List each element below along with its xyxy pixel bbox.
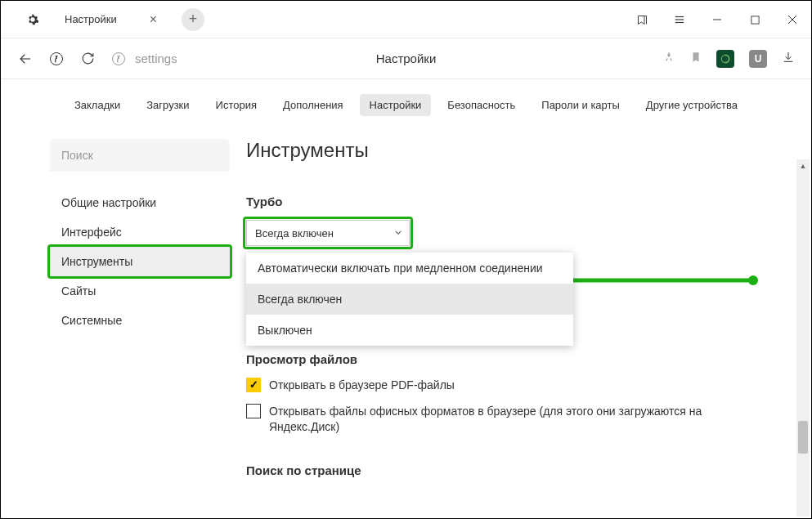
scrollbar[interactable]: ▲ (796, 159, 810, 517)
browser-tab-settings[interactable]: Настройки × (56, 4, 165, 35)
extension-badge-1[interactable] (716, 50, 734, 68)
page-search-section: Поиск по странице (246, 463, 762, 477)
menu-icon[interactable] (661, 1, 698, 38)
content-area: Закладки Загрузки История Дополнения Нас… (1, 79, 811, 518)
rocket-icon[interactable] (662, 51, 675, 66)
turbo-option-off[interactable]: Выключен (246, 315, 573, 346)
site-icon (110, 51, 127, 67)
search-input[interactable]: Поиск (50, 139, 230, 172)
top-tab-addons[interactable]: Дополнения (273, 94, 353, 116)
files-title: Просмотр файлов (246, 352, 762, 366)
turbo-dropdown-wrap: Всегда включен Автоматически включать пр… (246, 220, 410, 246)
svg-rect-4 (751, 16, 758, 23)
extension-badge-2[interactable]: U (749, 50, 767, 68)
reload-button[interactable] (79, 51, 96, 67)
toolbar: settings Настройки U (1, 38, 811, 79)
checkbox-row-office: Открывать файлы офисных форматов в брауз… (246, 404, 762, 436)
main-scroll: Закладки Загрузки История Дополнения Нас… (1, 79, 811, 518)
tab-area: Настройки × + (1, 1, 204, 38)
yandex-icon[interactable] (48, 51, 65, 67)
top-tab-settings[interactable]: Настройки (360, 94, 432, 116)
titlebar: Настройки × + (1, 1, 811, 38)
top-tab-security[interactable]: Безопасность (437, 94, 525, 116)
page-title: Настройки (376, 51, 437, 65)
turbo-option-always[interactable]: Всегда включен (246, 284, 573, 315)
sidebar: Поиск Общие настройки Интерфейс Инструме… (50, 139, 230, 505)
address-bar[interactable]: settings (110, 51, 177, 67)
chevron-down-icon (394, 227, 402, 239)
top-tab-downloads[interactable]: Загрузки (137, 94, 199, 116)
sidebar-item-system[interactable]: Системные (50, 306, 230, 335)
svg-point-15 (748, 275, 758, 285)
maximize-button[interactable] (736, 1, 774, 38)
settings-body: Поиск Общие настройки Интерфейс Инструме… (1, 139, 811, 505)
download-icon[interactable] (782, 51, 795, 66)
checkbox-pdf[interactable] (246, 378, 261, 392)
bookmark-collection-icon[interactable] (623, 1, 661, 38)
close-icon[interactable]: × (150, 12, 157, 27)
toolbar-right: U (662, 50, 795, 68)
turbo-option-auto[interactable]: Автоматически включать при медленном сое… (246, 253, 573, 284)
top-tabs: Закладки Загрузки История Дополнения Нас… (1, 79, 811, 139)
close-window-button[interactable] (774, 1, 811, 38)
url-text: settings (135, 51, 177, 65)
scrollbar-thumb[interactable] (798, 421, 808, 454)
minimize-button[interactable] (698, 1, 736, 38)
back-button[interactable] (17, 51, 34, 67)
tab-title: Настройки (65, 13, 117, 25)
section-heading: Инструменты (246, 139, 762, 162)
top-tab-history[interactable]: История (206, 94, 267, 116)
top-tab-bookmarks[interactable]: Закладки (65, 94, 130, 116)
sidebar-item-general[interactable]: Общие настройки (50, 188, 230, 217)
turbo-dropdown-menu: Автоматически включать при медленном сое… (246, 253, 573, 346)
top-tab-passwords[interactable]: Пароли и карты (532, 94, 630, 116)
scrollbar-up-icon[interactable]: ▲ (796, 159, 810, 172)
top-tab-devices[interactable]: Другие устройства (636, 94, 747, 116)
checkbox-office[interactable] (246, 404, 261, 418)
turbo-section: Турбо Всегда включен Автоматически включ… (246, 195, 762, 246)
new-tab-button[interactable]: + (182, 8, 204, 31)
sidebar-item-sites[interactable]: Сайты (50, 276, 230, 306)
page-search-title: Поиск по странице (246, 463, 762, 477)
sidebar-item-tools[interactable]: Инструменты (50, 247, 230, 276)
gear-icon (25, 12, 40, 27)
sidebar-item-interface[interactable]: Интерфейс (50, 217, 230, 247)
sidebar-items: Общие настройки Интерфейс Инструменты Са… (50, 188, 230, 335)
turbo-title: Турбо (246, 195, 762, 208)
checkbox-office-label: Открывать файлы офисных форматов в брауз… (269, 404, 762, 436)
checkbox-row-pdf: Открывать в браузере PDF-файлы (246, 378, 762, 394)
turbo-dropdown[interactable]: Всегда включен (246, 220, 410, 246)
window-controls (623, 1, 811, 38)
bookmark-icon[interactable] (690, 51, 702, 66)
checkbox-pdf-label: Открывать в браузере PDF-файлы (269, 378, 762, 394)
main-panel: Инструменты Турбо Всегда включен Автомат… (246, 139, 762, 505)
files-section: Просмотр файлов Открывать в браузере PDF… (246, 352, 762, 436)
